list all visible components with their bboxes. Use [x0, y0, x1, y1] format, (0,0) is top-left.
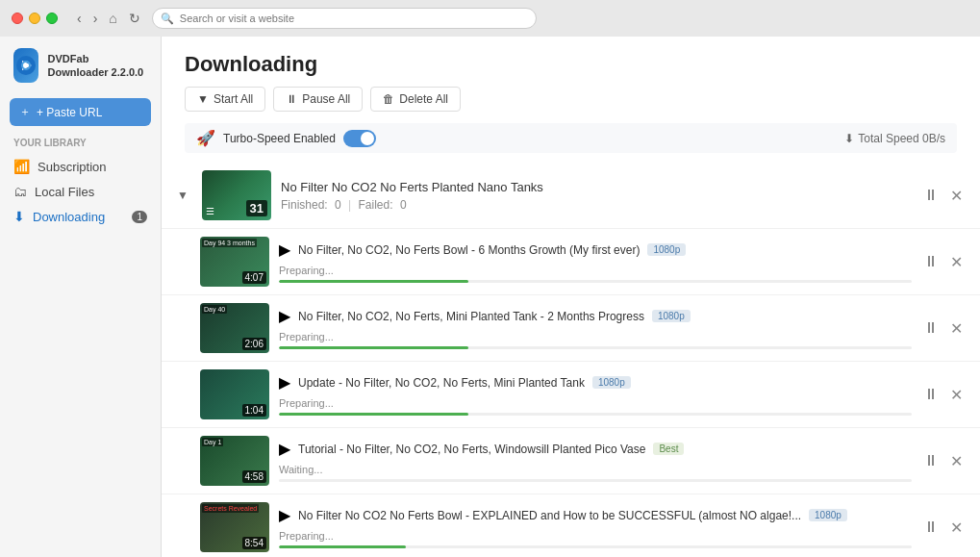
item-actions-4: ⏸ ✕: [921, 450, 965, 472]
day-label-4: Day 1: [202, 438, 223, 446]
turbo-speed-icon: 🚀: [196, 129, 215, 147]
duration-1: 4:07: [242, 271, 266, 284]
refresh-button[interactable]: ↻: [125, 9, 144, 28]
parent-meta: Finished: 0 | Failed: 0: [281, 198, 912, 212]
downloading-badge: 1: [132, 211, 147, 223]
download-item-5: Secrets Revealed 8:54 ▶ No Filter No CO2…: [162, 494, 980, 557]
progress-bar-1: [279, 280, 912, 283]
status-4: Waiting...: [279, 464, 912, 475]
thumbnail-4: Day 1 4:58: [200, 436, 269, 486]
app-header: DVDFab Downloader 2.2.0.0: [0, 48, 161, 98]
turbo-toggle[interactable]: [343, 130, 376, 147]
failed-label: Failed:: [359, 198, 396, 212]
sidebar-item-subscription-label: Subscription: [38, 160, 107, 174]
minimize-button[interactable]: [29, 13, 40, 24]
child-info-5: ▶ No Filter No CO2 No Ferts Bowl - EXPLA…: [279, 506, 912, 548]
sidebar-item-downloading[interactable]: ⬇ Downloading 1: [13, 204, 147, 229]
paste-url-label: + Paste URL: [37, 106, 102, 119]
maximize-button[interactable]: [46, 13, 58, 24]
download-item-3: 1:04 ▶ Update - No Filter, No CO2, No Fe…: [162, 361, 980, 427]
item-actions-1: ⏸ ✕: [921, 251, 965, 273]
content: Downloading ▼ Start All ⏸ Pause All 🗑 De…: [162, 37, 980, 557]
day-label-5: Secrets Revealed: [202, 504, 259, 513]
close-button-3[interactable]: ✕: [948, 384, 965, 406]
item-actions-3: ⏸ ✕: [921, 384, 965, 406]
content-header: Downloading ▼ Start All ⏸ Pause All 🗑 De…: [162, 37, 980, 163]
traffic-lights: [12, 13, 58, 24]
parent-pause-button[interactable]: ⏸: [921, 185, 941, 206]
forward-button[interactable]: ›: [89, 9, 102, 28]
child-items: Day 94 3 months 4:07 ▶ No Filter, No CO2…: [162, 228, 980, 557]
parent-title: No Filter No CO2 No Ferts Planted Nano T…: [281, 180, 912, 194]
parent-close-button[interactable]: ✕: [948, 185, 965, 207]
pause-button-5[interactable]: ⏸: [921, 517, 941, 538]
paste-url-button[interactable]: ＋ + Paste URL: [10, 98, 151, 126]
progress-bar-5: [279, 545, 912, 548]
child-title-4: Tutorial - No Filter, No CO2, No Ferts, …: [298, 443, 645, 456]
child-info-2: ▶ No Filter, No CO2, No Ferts, Mini Plan…: [279, 307, 912, 349]
parent-actions: ⏸ ✕: [921, 185, 965, 207]
quality-badge-3: 1080p: [592, 376, 631, 389]
video-icon-1: ▶: [279, 241, 290, 259]
progress-fill-1: [279, 280, 468, 283]
progress-fill-3: [279, 413, 468, 416]
pause-button-1[interactable]: ⏸: [921, 251, 941, 272]
sidebar-item-downloading-label: Downloading: [33, 210, 105, 224]
paste-icon: ＋: [19, 104, 31, 120]
close-button-4[interactable]: ✕: [948, 450, 965, 472]
progress-bar-2: [279, 346, 912, 349]
toggle-knob: [361, 132, 374, 145]
finished-count: 0: [335, 198, 341, 212]
close-button-1[interactable]: ✕: [948, 251, 965, 273]
pause-button-2[interactable]: ⏸: [921, 317, 941, 339]
title-bar: ‹ › ⌂ ↻ 🔍: [0, 0, 980, 37]
child-title-row-5: ▶ No Filter No CO2 No Ferts Bowl - EXPLA…: [279, 506, 912, 524]
sidebar-item-subscription[interactable]: 📶 Subscription: [13, 154, 147, 179]
child-title-5: No Filter No CO2 No Ferts Bowl - EXPLAIN…: [298, 509, 801, 522]
video-icon-2: ▶: [279, 307, 290, 325]
downloading-icon: ⬇: [13, 209, 25, 224]
search-bar[interactable]: 🔍: [152, 8, 537, 29]
pause-button-4[interactable]: ⏸: [921, 450, 941, 471]
day-label-1: Day 94 3 months: [202, 239, 257, 247]
child-title-1: No Filter, No CO2, No Ferts Bowl - 6 Mon…: [298, 243, 640, 257]
sidebar-section: YOUR LIBRARY 📶 Subscription 🗂 Local File…: [0, 138, 161, 229]
home-button[interactable]: ⌂: [105, 9, 120, 28]
collapse-button[interactable]: ▼: [177, 189, 192, 202]
progress-bar-4: [279, 479, 912, 482]
close-button-2[interactable]: ✕: [948, 317, 965, 340]
speed-label: Total Speed 0B/s: [858, 132, 945, 145]
separator: |: [348, 198, 354, 212]
child-title-row-1: ▶ No Filter, No CO2, No Ferts Bowl - 6 M…: [279, 241, 912, 259]
start-all-button[interactable]: ▼ Start All: [185, 87, 265, 112]
search-icon: 🔍: [161, 13, 174, 25]
child-title-2: No Filter, No CO2, No Ferts, Mini Plante…: [298, 310, 644, 323]
progress-fill-2: [279, 346, 468, 349]
close-button[interactable]: [12, 13, 23, 24]
pause-all-button[interactable]: ⏸ Pause All: [273, 87, 363, 112]
pause-all-label: Pause All: [302, 92, 350, 106]
child-title-row-4: ▶ Tutorial - No Filter, No CO2, No Ferts…: [279, 440, 912, 458]
app-name: DVDFab Downloader 2.2.0.0: [48, 52, 147, 80]
back-button[interactable]: ‹: [73, 9, 86, 28]
delete-all-button[interactable]: 🗑 Delete All: [370, 87, 461, 112]
parent-download-item: ▼ 31 ☰ No Filter No CO2 No Ferts Planted…: [162, 163, 980, 557]
search-input[interactable]: [180, 13, 528, 24]
sidebar-section-title: YOUR LIBRARY: [13, 138, 147, 148]
subscription-icon: 📶: [13, 159, 30, 174]
duration-2: 2:06: [242, 338, 266, 350]
child-info-4: ▶ Tutorial - No Filter, No CO2, No Ferts…: [279, 440, 912, 482]
failed-count: 0: [400, 198, 407, 212]
quality-badge-2: 1080p: [652, 310, 691, 322]
thumbnail-1: Day 94 3 months 4:07: [200, 237, 269, 287]
parent-count: 31: [246, 200, 267, 216]
sidebar-item-local-files[interactable]: 🗂 Local Files: [13, 179, 147, 204]
duration-4: 4:58: [242, 470, 266, 483]
quality-badge-4: Best: [653, 443, 684, 455]
parent-thumbnail: 31 ☰: [202, 170, 271, 220]
progress-bar-3: [279, 413, 912, 416]
main: DVDFab Downloader 2.2.0.0 ＋ + Paste URL …: [0, 37, 980, 557]
item-actions-5: ⏸ ✕: [921, 517, 965, 539]
close-button-5[interactable]: ✕: [948, 517, 965, 539]
pause-button-3[interactable]: ⏸: [921, 384, 941, 405]
